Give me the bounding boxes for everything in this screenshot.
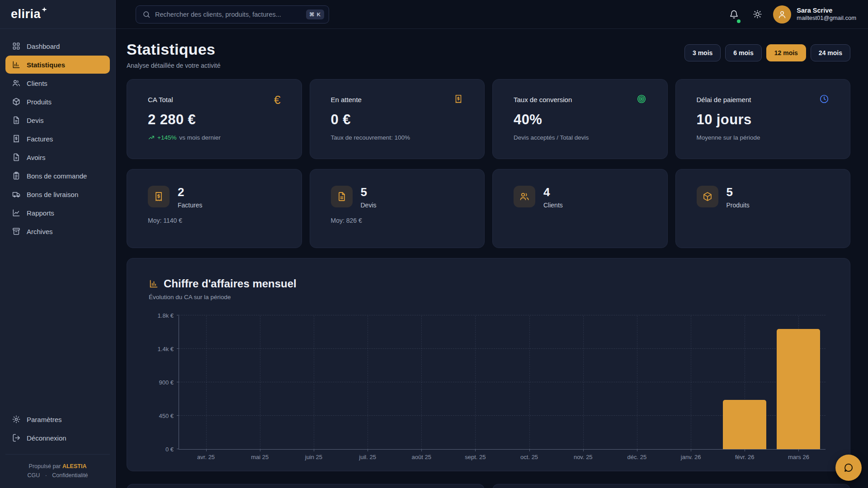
sun-icon <box>753 9 762 19</box>
x-tick-label: nov. 25 <box>574 454 593 460</box>
confidentialite-link[interactable]: Confidentialité <box>52 472 88 479</box>
sidebar-item-label: Rapports <box>27 209 54 217</box>
partial-card-right <box>492 484 850 488</box>
x-tick <box>260 449 260 451</box>
x-tick <box>691 449 691 451</box>
x-tick <box>421 449 422 451</box>
sidebar-item-dashboard[interactable]: Dashboard <box>5 37 110 55</box>
clipboard-icon <box>12 171 21 180</box>
sidebar-item-clients[interactable]: Clients <box>5 74 110 92</box>
main-area: ⌘ K Sara Scrive mailtest01@gmail.com <box>116 0 868 488</box>
sidebar-item-label: Produits <box>27 98 52 106</box>
period-button-12-mois[interactable]: 12 mois <box>766 44 806 61</box>
logo[interactable]: eliria <box>0 0 115 29</box>
sidebar-item-label: Factures <box>27 135 53 143</box>
count-row: 2 Factures Moy: 1140 € 5 Devis Moy <box>127 169 850 248</box>
x-tick <box>529 449 530 451</box>
bar-chart-icon <box>149 279 159 289</box>
x-tick-label: mars 26 <box>788 454 809 460</box>
user-email: mailtest01@gmail.com <box>797 14 856 22</box>
sidebar-spacer <box>0 241 115 410</box>
sidebar-item-avoirs[interactable]: Avoirs <box>5 148 110 166</box>
sidebar-item-factures[interactable]: Factures <box>5 130 110 148</box>
chart-plot: 0 €450 €900 €1.4k €1.8k €avr. 25mai 25ju… <box>179 316 826 450</box>
sidebar-item-produits[interactable]: Produits <box>5 93 110 111</box>
sidebar-item-rapports[interactable]: Rapports <box>5 204 110 222</box>
kpi-value: 10 jours <box>697 112 830 128</box>
kpi-card-taux-de-conversion: Taux de conversion 40% Devis acceptés / … <box>492 79 668 159</box>
sidebar-item-parametres[interactable]: Paramètres <box>5 410 110 428</box>
notifications-button[interactable] <box>726 7 741 22</box>
sidebar-item-label: Devis <box>27 117 44 124</box>
sidebar-item-deconnexion[interactable]: Déconnexion <box>5 429 110 447</box>
revenue-bar[interactable] <box>777 329 820 449</box>
revenue-bar[interactable] <box>723 400 766 449</box>
theme-toggle-button[interactable] <box>750 7 765 22</box>
period-button-3-mois[interactable]: 3 mois <box>684 44 721 61</box>
search-input[interactable] <box>155 11 302 18</box>
sidebar-item-devis[interactable]: Devis <box>5 111 110 129</box>
x-tick <box>798 449 799 451</box>
sidebar-item-bons-de-commande[interactable]: Bons de commande <box>5 167 110 185</box>
page-subtitle: Analyse détaillée de votre activité <box>127 62 221 69</box>
x-tick <box>637 449 637 451</box>
sidebar-item-label: Déconnexion <box>27 434 66 442</box>
sidebar-item-label: Archives <box>27 228 53 235</box>
chat-bubble-icon <box>843 462 854 473</box>
count-label: Devis <box>361 202 377 209</box>
x-tick-label: janv. 26 <box>681 454 701 460</box>
y-tick-label: 1.8k € <box>146 312 174 319</box>
sidebar-item-archives[interactable]: Archives <box>5 222 110 240</box>
kpi-sub: Taux de recouvrement: 100% <box>331 134 464 141</box>
sidebar-item-bons-de-livraison[interactable]: Bons de livraison <box>5 185 110 203</box>
y-tick <box>177 348 179 349</box>
kpi-label: CA Total <box>148 96 173 103</box>
chart-plot-wrap: 0 €450 €900 €1.4k €1.8k €avr. 25mai 25ju… <box>179 316 826 450</box>
revenue-chart-card: Chiffre d'affaires mensuel Évolution du … <box>127 258 850 471</box>
y-tick-label: 450 € <box>146 413 174 419</box>
count-card-factures: 2 Factures Moy: 1140 € <box>127 169 302 248</box>
search-icon <box>142 10 151 19</box>
period-button-6-mois[interactable]: 6 mois <box>725 44 761 61</box>
kpi-card-ca-total: CA Total € 2 280 € +145% vs mois dernier <box>127 79 302 159</box>
x-tick-label: avr. 25 <box>197 454 215 460</box>
user-menu[interactable]: Sara Scrive mailtest01@gmail.com <box>773 5 856 23</box>
cgu-link[interactable]: CGU <box>27 472 40 479</box>
search-box[interactable]: ⌘ K <box>136 5 329 23</box>
content: Statistiques Analyse détaillée de votre … <box>116 29 868 488</box>
y-tick-label: 900 € <box>146 379 174 386</box>
euro-icon: € <box>274 94 280 106</box>
dashboard-icon <box>12 42 21 51</box>
period-button-24-mois[interactable]: 24 mois <box>811 44 850 61</box>
kpi-card-delai-de-paiement: Délai de paiement 10 jours Moyenne sur l… <box>675 79 851 159</box>
chat-fab-button[interactable] <box>835 455 862 481</box>
count-text: 2 Factures <box>178 186 202 209</box>
kpi-delta: +145% <box>157 134 176 141</box>
powered-prefix: Propulsé par <box>29 463 61 469</box>
powered-brand[interactable]: ALESTIA <box>62 463 86 469</box>
kpi-row: CA Total € 2 280 € +145% vs mois dernier… <box>127 79 850 159</box>
file-x-icon <box>12 153 21 162</box>
count-value: 5 <box>361 186 377 199</box>
page-header: Statistiques Analyse détaillée de votre … <box>127 41 850 69</box>
sidebar-item-label: Dashboard <box>27 42 60 50</box>
bell-icon <box>729 9 739 19</box>
x-tick-label: févr. 26 <box>735 454 755 460</box>
count-label: Factures <box>178 202 202 209</box>
count-card-produits: 5 Produits <box>675 169 851 248</box>
x-tick-label: juin 25 <box>305 454 322 460</box>
sidebar-item-label: Paramètres <box>27 416 62 423</box>
avatar <box>773 5 791 23</box>
partial-card-left <box>127 484 485 488</box>
sidebar-footer: Paramètres Déconnexion Propulsé par ALES… <box>0 410 115 488</box>
y-gridline <box>179 382 826 382</box>
legal-links: CGU · Confidentialité <box>10 471 105 480</box>
x-gridline <box>260 316 260 449</box>
x-tick <box>475 449 476 451</box>
x-tick-label: juil. 25 <box>359 454 376 460</box>
kpi-label: En attente <box>331 96 362 103</box>
logo-text: eliria <box>11 7 41 21</box>
x-tick-label: mai 25 <box>251 454 269 460</box>
y-tick <box>177 415 179 416</box>
sidebar-item-statistiques[interactable]: Statistiques <box>5 56 110 74</box>
